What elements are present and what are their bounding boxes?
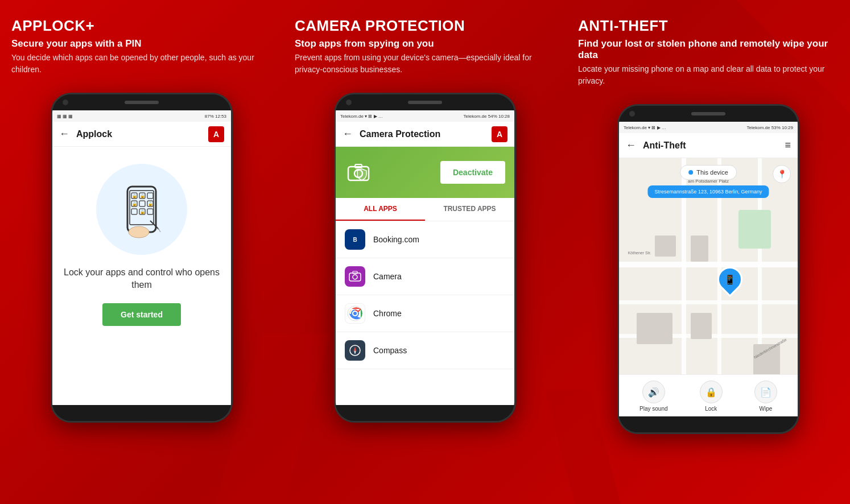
- device-label: This device: [680, 165, 737, 180]
- applock-title: APPLOCK+: [11, 17, 272, 35]
- camera-header: CAMERA PROTECTION Stop apps from spying …: [295, 17, 555, 76]
- phone-top-bar-3: [619, 106, 798, 122]
- map-pin-icon: 📱: [724, 274, 736, 284]
- camera-app-icon: [345, 266, 365, 287]
- phone-camera: [63, 100, 68, 105]
- map-pin-circle: 📱: [712, 262, 748, 297]
- camera-column: CAMERA PROTECTION Stop apps from spying …: [283, 0, 567, 504]
- antitheft-screen-title: Anti-Theft: [643, 141, 785, 151]
- booking-icon: B: [345, 229, 365, 250]
- camera-status-carrier: Telekom.de ▾ ⊠ ▶ …: [340, 114, 383, 119]
- lock-button[interactable]: 🔒 Lock: [700, 381, 723, 412]
- svg-rect-6: [147, 193, 153, 199]
- play-sound-label: Play sound: [639, 406, 667, 412]
- lock-icon: 🔒: [700, 381, 723, 403]
- camera-screen: Telekom.de ▾ ⊠ ▶ … Telekom.de 54% 10:28 …: [336, 110, 514, 405]
- phone-side-btn-3: [798, 163, 799, 191]
- applock-app-bar: ← Applock A: [52, 122, 231, 147]
- play-sound-button[interactable]: 🔊 Play sound: [639, 381, 667, 412]
- camera-screen-title: Camera Protection: [360, 129, 492, 139]
- svg-rect-9: [139, 201, 145, 206]
- device-label-text: This device: [696, 169, 728, 176]
- location-bubble-text: Stresemannstraße 123, 10963 Berlin, Germ…: [654, 189, 762, 195]
- phone-bottom-bar-3: [619, 416, 798, 432]
- antitheft-status-left: Telekom.de ▾ ⊠ ▶ …: [624, 125, 666, 130]
- status-right: 87% 12:53: [205, 114, 226, 119]
- location-bubble: Stresemannstraße 123, 10963 Berlin, Germ…: [647, 185, 769, 198]
- get-started-button[interactable]: Get started: [102, 303, 181, 326]
- phone-bottom-bar-2: [336, 405, 514, 421]
- antitheft-screen: Telekom.de ▾ ⊠ ▶ … Telekom.de 53% 10:29 …: [619, 122, 798, 416]
- avira-logo: A: [208, 126, 224, 142]
- camera-back-icon[interactable]: ←: [343, 128, 353, 140]
- camera-protection-icon: [345, 159, 372, 186]
- phone-speaker: [125, 101, 159, 104]
- antitheft-map: Köthener Str. Niederkirchnerstraße This …: [619, 158, 798, 416]
- phone-side-btn: [232, 151, 233, 180]
- play-sound-icon: 🔊: [642, 381, 665, 403]
- camera-status-bar: Telekom.de ▾ ⊠ ▶ … Telekom.de 54% 10:28: [336, 110, 514, 122]
- lock-label: Lock: [705, 406, 717, 412]
- antitheft-title: ANTI-THEFT: [578, 17, 839, 35]
- camera-tabs: ALL APPS TRUSTED APPS: [336, 198, 514, 221]
- wipe-button[interactable]: 📄 Wipe: [754, 381, 777, 412]
- antitheft-menu-icon[interactable]: ≡: [785, 139, 791, 151]
- chrome-name: Chrome: [373, 309, 402, 318]
- antitheft-status-right: Telekom.de 53% 10:29: [747, 125, 793, 130]
- lock-phone-svg: 🔒 🔒 🔒 🔒 🔒: [110, 178, 173, 241]
- antitheft-actions: 🔊 Play sound 🔒 Lock 📄 Wipe: [619, 374, 798, 416]
- status-bar: ▦ ▦ ▦ 87% 12:53: [52, 110, 231, 122]
- applock-column: APPLOCK+ Secure your apps with a PIN You…: [0, 0, 283, 504]
- antitheft-app-bar: ← Anti-Theft ≡: [619, 133, 798, 158]
- svg-text:🔒: 🔒: [140, 193, 145, 199]
- app-list-item-compass[interactable]: Compass: [336, 332, 514, 369]
- wipe-icon: 📄: [754, 381, 777, 403]
- antitheft-subtitle: Find your lost or stolen phone and remot…: [578, 38, 839, 61]
- applock-header: APPLOCK+ Secure your apps with a PIN You…: [11, 17, 272, 76]
- antitheft-back-icon[interactable]: ←: [626, 139, 636, 151]
- phone-bottom-bar: [52, 405, 231, 421]
- app-list: B Booking.com Camera: [336, 221, 514, 369]
- applock-screen-title: Applock: [76, 129, 208, 139]
- camera-phone: Telekom.de ▾ ⊠ ▶ … Telekom.de 54% 10:28 …: [334, 93, 516, 423]
- street-label-1: Köthener Str.: [628, 251, 651, 255]
- compass-name: Compass: [373, 346, 407, 355]
- antitheft-status-carrier: Telekom.de ▾ ⊠ ▶ …: [624, 125, 666, 130]
- lock-illustration: 🔒 🔒 🔒 🔒 🔒: [96, 164, 187, 255]
- svg-text:🔒: 🔒: [132, 193, 137, 199]
- camera-subtitle: Stop apps from spying on you: [295, 38, 555, 49]
- location-button[interactable]: 📍: [773, 165, 791, 183]
- applock-screen-desc: Lock your apps and control who opens the…: [61, 266, 222, 292]
- svg-line-18: [158, 228, 160, 232]
- deactivate-button[interactable]: Deactivate: [440, 161, 505, 184]
- svg-text:🔒: 🔒: [148, 201, 153, 206]
- chrome-icon: [345, 303, 365, 324]
- camera-green-header: Deactivate: [336, 147, 514, 198]
- svg-rect-22: [349, 273, 361, 281]
- back-icon[interactable]: ←: [59, 128, 69, 140]
- tab-all-apps[interactable]: ALL APPS: [336, 198, 425, 221]
- applock-content: 🔒 🔒 🔒 🔒 🔒: [52, 147, 231, 405]
- app-list-item-booking[interactable]: B Booking.com: [336, 221, 514, 258]
- map-pin: 📱: [717, 267, 742, 292]
- camera-title: CAMERA PROTECTION: [295, 17, 555, 35]
- app-list-item-chrome[interactable]: Chrome: [336, 295, 514, 332]
- svg-point-28: [353, 312, 357, 315]
- antitheft-status-info: Telekom.de 53% 10:29: [747, 125, 793, 130]
- antitheft-desc: Locate your missing phone on a map and c…: [578, 63, 839, 87]
- camera-avira-logo: A: [492, 126, 507, 142]
- camera-status-right: Telekom.de 54% 10:28: [464, 114, 510, 119]
- camera-app-name: Camera: [373, 272, 402, 281]
- camera-status-info: Telekom.de 54% 10:28: [464, 114, 510, 119]
- applock-screen: ▦ ▦ ▦ 87% 12:53 ← Applock A: [52, 110, 231, 405]
- status-info: 87% 12:53: [205, 114, 226, 119]
- phone-camera-2: [346, 100, 352, 105]
- app-list-item-camera[interactable]: Camera: [336, 258, 514, 295]
- phone-speaker-3: [691, 112, 725, 115]
- camera-avira-logo-text: A: [497, 130, 502, 139]
- compass-icon: [345, 340, 365, 361]
- applock-desc: You decide which apps can be opened by o…: [11, 52, 272, 76]
- antitheft-column: ANTI-THEFT Find your lost or stolen phon…: [567, 0, 850, 504]
- status-left: ▦ ▦ ▦: [57, 114, 73, 119]
- tab-trusted-apps[interactable]: TRUSTED APPS: [425, 198, 514, 221]
